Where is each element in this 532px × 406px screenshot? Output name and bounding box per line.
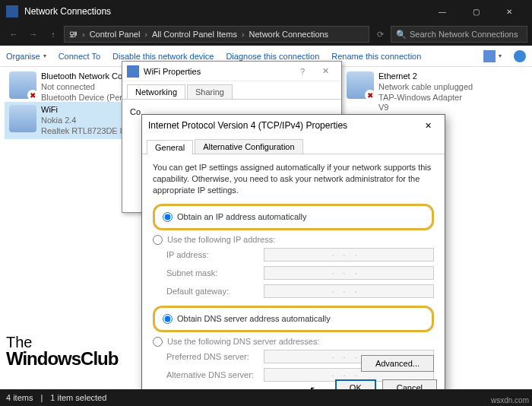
radio-use-following-ip[interactable]: Use the following IP address: xyxy=(153,233,434,246)
radio-obtain-dns-auto[interactable]: Obtain DNS server address automatically xyxy=(163,312,424,325)
radio-obtain-dns-auto-label: Obtain DNS server address automatically xyxy=(177,314,331,323)
window-titlebar: Network Connections — ▢ ✕ xyxy=(0,0,532,23)
ipv4-tabs: General Alternative Configuration xyxy=(142,136,445,154)
breadcrumb-all-items[interactable]: All Control Panel Items xyxy=(152,30,237,39)
breadcrumb[interactable]: 🖳 › Control Panel › All Control Panel It… xyxy=(64,26,369,43)
connection-status: Not connected xyxy=(41,82,127,93)
breadcrumb-sep: › xyxy=(144,30,147,39)
breadcrumb-network-connections[interactable]: Network Connections xyxy=(249,30,329,39)
connection-name: Bluetooth Network Con xyxy=(41,71,127,82)
label-alternative-dns: Alternative DNS server: xyxy=(166,370,259,379)
tab-alternative-config[interactable]: Alternative Configuration xyxy=(195,139,302,154)
status-items-count: 4 items xyxy=(6,393,33,402)
watermark-logo: The WindowsClub xyxy=(6,335,118,368)
close-button[interactable]: ✕ xyxy=(492,0,526,23)
search-input[interactable]: 🔍 Search Network Connections xyxy=(391,26,527,43)
connection-item-bluetooth[interactable]: Bluetooth Network Con Not connected Blue… xyxy=(5,68,141,106)
label-ip-address: IP address: xyxy=(166,250,259,259)
network-icon: 🖳 xyxy=(69,30,78,39)
tab-general[interactable]: General xyxy=(147,140,193,154)
ipv4-description: You can get IP settings assigned automat… xyxy=(153,162,434,196)
input-subnet-mask: ... xyxy=(264,266,434,280)
window-title: Network Connections xyxy=(24,6,426,17)
connection-item-wifi[interactable]: WiFi Nokia 2.4 Realtek RTL8723DE 802. xyxy=(5,102,141,139)
wifi-window-icon xyxy=(127,65,139,78)
maximize-button[interactable]: ▢ xyxy=(459,0,492,23)
ipv4-titlebar: Internet Protocol Version 4 (TCP/IPv4) P… xyxy=(142,115,445,136)
connection-status: Network cable unplugged xyxy=(378,82,474,93)
wifi-close-button[interactable]: ✕ xyxy=(314,66,337,76)
wifi-window-title: WiFi Properties xyxy=(144,67,201,76)
breadcrumb-control-panel[interactable]: Control Panel xyxy=(90,30,141,39)
organise-button[interactable]: Organise▾ xyxy=(6,52,46,61)
tab-networking[interactable]: Networking xyxy=(127,84,185,99)
forward-button[interactable]: → xyxy=(24,25,43,43)
highlight-obtain-ip: Obtain an IP address automatically xyxy=(153,204,434,230)
label-default-gateway: Default gateway: xyxy=(166,287,259,296)
connection-item-ethernet[interactable]: Ethernet 2 Network cable unplugged TAP-W… xyxy=(342,68,479,116)
logo-line2: WindowsClub xyxy=(6,350,118,368)
address-bar: ← → ↑ 🖳 › Control Panel › All Control Pa… xyxy=(0,23,532,46)
bluetooth-icon xyxy=(9,71,36,99)
source-watermark: wsxdn.com xyxy=(491,396,529,404)
diagnose-button[interactable]: Diagnose this connection xyxy=(226,52,319,61)
ethernet-icon xyxy=(347,71,374,99)
rename-button[interactable]: Rename this connection xyxy=(331,52,421,61)
highlight-obtain-dns: Obtain DNS server address automatically xyxy=(153,306,434,332)
wifi-tabs: Networking Sharing xyxy=(122,81,341,100)
wifi-titlebar: WiFi Properties ? ✕ xyxy=(122,62,341,81)
radio-use-following-dns-input[interactable] xyxy=(153,337,163,347)
radio-obtain-dns-auto-input[interactable] xyxy=(163,314,173,324)
back-button[interactable]: ← xyxy=(5,25,23,43)
input-ip-address: ... xyxy=(264,248,434,262)
ipv4-properties-window: Internet Protocol Version 4 (TCP/IPv4) P… xyxy=(141,114,445,403)
radio-use-following-dns-label: Use the following DNS server addresses: xyxy=(167,337,320,346)
connect-to-button[interactable]: Connect To xyxy=(59,52,100,61)
view-icon xyxy=(483,50,496,62)
label-preferred-dns: Preferred DNS server: xyxy=(166,352,259,361)
connection-device: TAP-Windows Adapter V9 xyxy=(378,93,474,114)
connection-name: Ethernet 2 xyxy=(378,71,474,82)
up-button[interactable]: ↑ xyxy=(44,25,62,43)
logo-line1: The xyxy=(6,335,118,350)
status-selected-count: 1 item selected xyxy=(50,393,106,402)
tab-sharing[interactable]: Sharing xyxy=(187,84,233,99)
search-icon: 🔍 xyxy=(396,30,407,40)
disable-device-button[interactable]: Disable this network device xyxy=(112,52,214,61)
radio-obtain-ip-auto[interactable]: Obtain an IP address automatically xyxy=(163,211,424,224)
label-subnet-mask: Subnet mask: xyxy=(166,268,259,278)
breadcrumb-sep: › xyxy=(242,30,245,39)
radio-use-following-dns[interactable]: Use the following DNS server addresses: xyxy=(153,335,434,348)
breadcrumb-sep: › xyxy=(82,30,85,39)
status-bar: 4 items | 1 item selected xyxy=(0,389,532,406)
ipv4-close-button[interactable]: ✕ xyxy=(417,117,439,134)
refresh-button[interactable]: ⟳ xyxy=(371,25,389,43)
connect-using-label: Co xyxy=(130,107,141,116)
search-placeholder: Search Network Connections xyxy=(410,30,518,39)
radio-obtain-ip-auto-label: Obtain an IP address automatically xyxy=(177,212,306,221)
wifi-icon xyxy=(9,105,36,132)
radio-use-following-ip-input[interactable] xyxy=(153,235,163,245)
radio-obtain-ip-auto-input[interactable] xyxy=(163,212,173,222)
advanced-button[interactable]: Advanced... xyxy=(361,355,434,372)
app-icon xyxy=(6,5,18,17)
ipv4-window-title: Internet Protocol Version 4 (TCP/IPv4) P… xyxy=(148,120,347,131)
input-default-gateway: ... xyxy=(264,284,434,298)
view-options-button[interactable]: ▾ xyxy=(483,50,502,62)
wifi-help-button[interactable]: ? xyxy=(291,67,314,76)
help-button[interactable] xyxy=(514,50,526,62)
help-icon xyxy=(514,50,526,62)
minimize-button[interactable]: — xyxy=(426,0,459,23)
radio-use-following-ip-label: Use the following IP address: xyxy=(167,235,275,244)
